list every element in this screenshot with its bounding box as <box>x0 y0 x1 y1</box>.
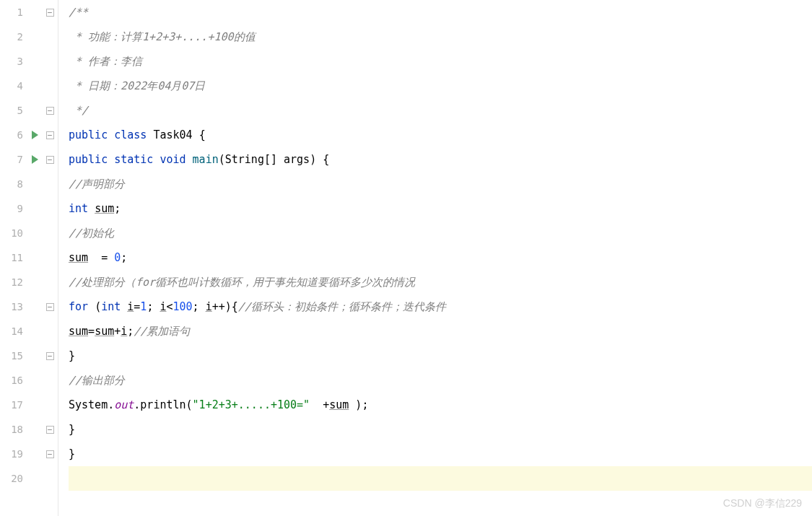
line-number: 14 <box>0 325 27 337</box>
line-number: 8 <box>0 178 27 190</box>
code-line-7[interactable]: public static void main(String[] args) { <box>69 147 812 172</box>
gutter-row-4[interactable]: 4 <box>0 74 58 98</box>
code-line-13[interactable]: for (int i=1; i<100; i++){//循环头：初始条件；循环条… <box>69 294 812 319</box>
gutter-row-5[interactable]: 5 <box>0 98 58 123</box>
line-number: 2 <box>0 31 27 43</box>
line-number: 16 <box>0 375 27 386</box>
line-number: 4 <box>0 80 27 92</box>
code-line-11[interactable]: sum = 0; <box>69 245 812 270</box>
gutter-row-13[interactable]: 13 <box>0 294 58 319</box>
fold-open-icon[interactable] <box>46 131 54 139</box>
line-number: 20 <box>0 473 27 484</box>
line-number: 9 <box>0 203 27 214</box>
fold-column <box>42 156 58 164</box>
code-line-12[interactable]: //处理部分（for循环也叫计数循环，用于事先知道要循环多少次的情况 <box>69 270 812 294</box>
fold-close-icon[interactable] <box>46 426 54 434</box>
gutter-row-7[interactable]: 7 <box>0 147 58 172</box>
line-number: 11 <box>0 252 27 263</box>
gutter-row-3[interactable]: 3 <box>0 49 58 74</box>
fold-open-icon[interactable] <box>46 303 54 311</box>
code-line-16[interactable]: //输出部分 <box>69 368 812 393</box>
line-number: 17 <box>0 399 27 411</box>
run-triangle-icon[interactable] <box>32 131 38 139</box>
line-number: 12 <box>0 276 27 288</box>
run-marker-col[interactable] <box>27 155 42 164</box>
editor-gutter: 1234567891011121314151617181920 <box>0 0 58 516</box>
line-number: 5 <box>0 105 27 116</box>
gutter-row-20[interactable]: 20 <box>0 466 58 491</box>
line-number: 1 <box>0 6 27 18</box>
code-line-14[interactable]: sum=sum+i;//累加语句 <box>69 319 812 344</box>
gutter-row-6[interactable]: 6 <box>0 123 58 147</box>
fold-column <box>42 107 58 115</box>
code-line-19[interactable]: } <box>69 442 812 466</box>
fold-column <box>42 131 58 139</box>
code-line-18[interactable]: } <box>69 417 812 442</box>
code-line-15[interactable]: } <box>69 344 812 368</box>
fold-column <box>42 352 58 360</box>
gutter-row-8[interactable]: 8 <box>0 172 58 196</box>
line-number: 13 <box>0 301 27 312</box>
code-line-10[interactable]: //初始化 <box>69 221 812 245</box>
gutter-row-16[interactable]: 16 <box>0 368 58 393</box>
code-line-2[interactable]: * 功能：计算1+2+3+....+100的值 <box>69 25 812 49</box>
gutter-row-17[interactable]: 17 <box>0 393 58 417</box>
code-line-3[interactable]: * 作者：李信 <box>69 49 812 74</box>
gutter-row-1[interactable]: 1 <box>0 0 58 25</box>
fold-close-icon[interactable] <box>46 352 54 360</box>
fold-close-icon[interactable] <box>46 450 54 458</box>
gutter-row-2[interactable]: 2 <box>0 25 58 49</box>
gutter-row-15[interactable]: 15 <box>0 344 58 368</box>
code-line-4[interactable]: * 日期：2022年04月07日 <box>69 74 812 98</box>
code-line-17[interactable]: System.out.println("1+2+3+.....+100=" +s… <box>69 393 812 417</box>
line-number: 6 <box>0 129 27 141</box>
fold-column <box>42 450 58 458</box>
fold-column <box>42 303 58 311</box>
gutter-row-12[interactable]: 12 <box>0 270 58 294</box>
gutter-row-19[interactable]: 19 <box>0 442 58 466</box>
watermark-text: CSDN @李信229 <box>723 497 802 510</box>
fold-column <box>42 9 58 17</box>
code-line-20[interactable] <box>69 466 812 491</box>
fold-close-icon[interactable] <box>46 107 54 115</box>
fold-open-icon[interactable] <box>46 9 54 17</box>
line-number: 7 <box>0 154 27 165</box>
code-line-6[interactable]: public class Task04 { <box>69 123 812 147</box>
run-marker-col[interactable] <box>27 131 42 139</box>
line-number: 18 <box>0 424 27 435</box>
gutter-row-9[interactable]: 9 <box>0 196 58 221</box>
gutter-row-14[interactable]: 14 <box>0 319 58 344</box>
code-line-9[interactable]: int sum; <box>69 196 812 221</box>
code-line-8[interactable]: //声明部分 <box>69 172 812 196</box>
run-triangle-icon[interactable] <box>32 155 38 164</box>
line-number: 10 <box>0 227 27 239</box>
line-number: 15 <box>0 350 27 362</box>
fold-column <box>42 426 58 434</box>
line-number: 3 <box>0 56 27 67</box>
gutter-row-11[interactable]: 11 <box>0 245 58 270</box>
gutter-row-10[interactable]: 10 <box>0 221 58 245</box>
code-line-5[interactable]: */ <box>69 98 812 123</box>
code-line-1[interactable]: /** <box>69 0 812 25</box>
gutter-row-18[interactable]: 18 <box>0 417 58 442</box>
fold-open-icon[interactable] <box>46 156 54 164</box>
line-number: 19 <box>0 448 27 460</box>
code-editor[interactable]: /** * 功能：计算1+2+3+....+100的值 * 作者：李信 * 日期… <box>58 0 812 516</box>
